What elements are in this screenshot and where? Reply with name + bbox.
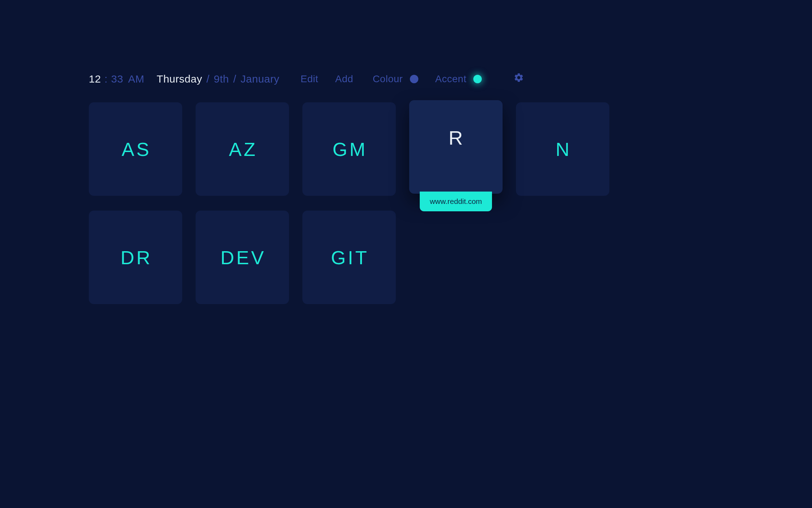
bookmark-tile[interactable]: GM [302,102,396,196]
clock-separator: : [104,73,107,85]
bookmark-tile-url: www.reddit.com [420,192,492,211]
bookmark-tile-label: AZ [229,138,257,160]
date-dayname: Thursday [157,73,202,85]
edit-button[interactable]: Edit [301,73,318,85]
bookmark-tile-label: R [449,126,465,149]
clock-ampm: AM [128,73,144,85]
clock: 12 : 33 AM [89,73,144,85]
accent-swatch-icon [473,75,482,83]
color-controls: Colour Accent [373,73,482,85]
bookmark-tile-label: DEV [220,247,266,268]
accent-label: Accent [435,73,467,85]
date-sep: / [233,73,236,85]
colour-swatch-icon [410,75,418,83]
bookmark-tile[interactable]: GIT [302,211,396,304]
bookmark-tile[interactable]: AS [89,102,182,196]
clock-minute: 33 [111,73,123,85]
clock-hour: 12 [89,73,101,85]
bookmark-tile[interactable]: DR [89,211,182,304]
gear-icon [513,72,524,85]
date-month: January [241,73,279,85]
bookmark-tile-label: GIT [331,247,369,268]
bookmark-tile[interactable]: DEV [196,211,289,304]
date-sep: / [207,73,210,85]
bookmark-tile[interactable]: N [516,102,609,196]
bookmark-tile-label: DR [121,247,152,268]
bookmark-tile-label: GM [333,138,368,160]
settings-button[interactable] [513,72,524,85]
bookmark-grid: ASAZGMRwww.reddit.comNDRDEVGIT [89,102,723,304]
bookmark-tile-label: N [556,138,572,160]
date: Thursday / 9th / January [157,73,279,85]
action-links: Edit Add [301,73,353,85]
colour-picker[interactable]: Colour [373,73,418,85]
date-num: 9th [214,73,229,85]
bookmark-tile[interactable]: AZ [196,102,289,196]
colour-label: Colour [373,73,402,85]
bookmark-tile[interactable]: Rwww.reddit.com [409,100,503,194]
add-button[interactable]: Add [335,73,353,85]
accent-picker[interactable]: Accent [435,73,482,85]
header-bar: 12 : 33 AM Thursday / 9th / January Edit… [89,72,723,85]
bookmark-tile-label: AS [122,138,151,160]
